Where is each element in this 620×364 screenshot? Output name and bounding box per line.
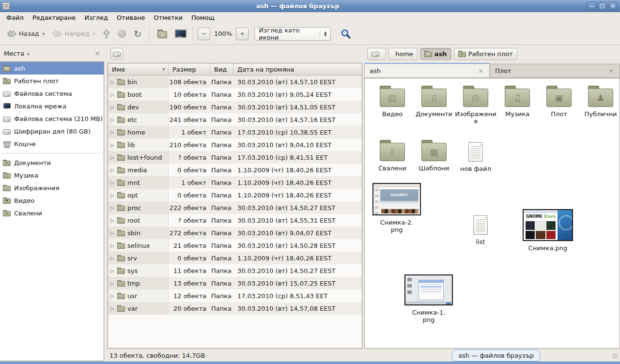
zoom-in-button[interactable]: +	[236, 28, 248, 40]
breadcrumb-button[interactable]: home	[388, 48, 418, 60]
view-mode-select[interactable]: Изглед като икони ▲▼	[254, 27, 331, 41]
file-list-row[interactable]: ▷ proc 222 обекта Папка 30.03.2010 (вт) …	[108, 201, 362, 214]
reload-button[interactable]: ↻	[131, 28, 144, 40]
expander-icon[interactable]: ▷	[110, 281, 115, 286]
file-item-snimka2[interactable]: GUADEC Снимка-2.png	[372, 183, 422, 233]
expander-icon[interactable]: ▷	[110, 268, 115, 273]
folder-item[interactable]: Изображения	[455, 84, 496, 125]
sidebar-item[interactable]: Файлова система	[0, 87, 104, 100]
expander-icon[interactable]: ▷	[110, 79, 115, 85]
tab-close-icon[interactable]: ×	[607, 67, 615, 75]
file-list-row[interactable]: ▷ lost+found ? обекта Папка 17.03.2010 (…	[108, 151, 362, 164]
column-header[interactable]: Размер ▾	[169, 63, 210, 75]
pane-splitter[interactable]	[104, 45, 108, 361]
sidebar-item[interactable]: Локална мрежа	[0, 100, 104, 112]
file-list-row[interactable]: ▷ usr 12 обекта Папка 17.03.2010 (ср) 8,…	[108, 289, 362, 302]
menu-item[interactable]: Изглед	[80, 13, 112, 22]
file-list-row[interactable]: ▷ bin 108 обекта Папка 30.03.2010 (вт) 1…	[108, 76, 362, 88]
file-list-row[interactable]: ▷ root ? обекта Папка 30.03.2010 (вт) 14…	[108, 214, 362, 227]
file-list-row[interactable]: ▷ lib 210 обекта Папка 30.03.2010 (вт) 9…	[108, 138, 362, 151]
minimize-button[interactable]: —	[587, 2, 596, 10]
sidebar-item[interactable]: Документи	[0, 156, 104, 169]
file-list-row[interactable]: ▷ media 0 обекта Папка 1.10.2009 (чт) 18…	[108, 164, 362, 176]
sidebar-item[interactable]: Свалени	[0, 207, 104, 219]
window-titlebar[interactable]: ash — файлов браузър — □ ×	[0, 0, 620, 12]
breadcrumb-button[interactable]	[367, 48, 386, 60]
menu-item[interactable]: Файл	[2, 13, 28, 22]
column-header[interactable]: Вид ▾	[210, 63, 233, 75]
forward-button[interactable]: Напред ▾	[49, 28, 98, 40]
menu-item[interactable]: Отиване	[112, 13, 149, 22]
folder-item[interactable]: Плот	[538, 84, 580, 125]
file-list-row[interactable]: ▷ boot 10 обекта Папка 30.03.2010 (вт) 9…	[108, 88, 362, 101]
expander-icon[interactable]: ▷	[110, 243, 115, 248]
expander-icon[interactable]: ▷	[110, 130, 115, 135]
sidebar-item[interactable]: Кошче	[0, 137, 104, 150]
menu-item[interactable]: Помощ	[187, 13, 219, 22]
expander-icon[interactable]: ▷	[110, 155, 115, 160]
sidebar-close-icon[interactable]: ×	[94, 49, 100, 57]
expander-icon[interactable]: ▷	[110, 293, 115, 299]
expander-icon[interactable]: ▷	[110, 105, 115, 110]
tab-close-icon[interactable]: ×	[477, 67, 484, 75]
folder-item[interactable]: Свалени	[372, 138, 413, 172]
file-list-row[interactable]: ▷ var 20 обекта Папка 30.03.2010 (вт) 14…	[108, 302, 362, 315]
file-list-row[interactable]: ▷ mnt 1 обект Папка 1.10.2009 (чт) 18,40…	[108, 176, 362, 189]
column-header[interactable]: Дата на промяна ▾	[233, 63, 362, 75]
file-list-row[interactable]: ▷ selinux 21 обекта Папка 30.03.2010 (вт…	[108, 239, 362, 252]
root-breadcrumb-button[interactable]	[110, 48, 123, 60]
tab[interactable]: ash ×	[364, 63, 490, 77]
expander-icon[interactable]: ▷	[110, 205, 115, 211]
home-button[interactable]	[155, 28, 170, 40]
breadcrumb-button[interactable]: ash	[420, 48, 451, 60]
computer-button[interactable]	[172, 28, 187, 40]
file-list-row[interactable]: ▷ dev 190 обекта Папка 30.03.2010 (вт) 1…	[108, 101, 362, 113]
sidebar-item[interactable]: ash	[0, 62, 104, 75]
breadcrumb-button[interactable]: Работен плот	[454, 48, 517, 60]
back-button[interactable]: Назад ▾	[4, 28, 47, 40]
file-list-row[interactable]: ▷ tmp 13 обекта Папка 30.03.2010 (вт) 15…	[108, 277, 362, 289]
file-list-row[interactable]: ▷ sys 11 обекта Папка 30.03.2010 (вт) 14…	[108, 264, 362, 277]
file-item-list[interactable]: list	[460, 215, 501, 245]
file-item-snimka[interactable]: GNOME Store Снимка.png	[521, 209, 575, 252]
file-list-row[interactable]: ▷ opt 0 обекта Папка 1.10.2009 (чт) 18,4…	[108, 189, 362, 201]
sidebar-item[interactable]: Музика	[0, 169, 104, 182]
column-header[interactable]: Име ▾	[108, 63, 169, 75]
sidebar-title-select[interactable]: Места ▾	[4, 50, 94, 57]
expander-icon[interactable]: ▷	[110, 180, 115, 185]
back-dropdown-icon[interactable]: ▾	[43, 31, 45, 36]
file-list-row[interactable]: ▷ srv 0 обекта Папка 1.10.2009 (чт) 18,4…	[108, 252, 362, 264]
taskbar-window-button[interactable]: ash — файлов браузър	[452, 349, 540, 362]
sidebar-item[interactable]: Изображения	[0, 182, 104, 194]
folder-item[interactable]: Видео	[372, 84, 413, 125]
sidebar-item[interactable]: Видео	[0, 194, 104, 207]
expander-icon[interactable]: ▷	[110, 230, 115, 236]
folder-item[interactable]: Документи	[413, 84, 455, 125]
file-list-row[interactable]: ▷ home 1 обект Папка 17.03.2010 (ср) 10,…	[108, 126, 362, 138]
zoom-out-button[interactable]: −	[198, 28, 210, 40]
expander-icon[interactable]: ▷	[110, 92, 115, 97]
expander-icon[interactable]: ▷	[110, 218, 115, 223]
sidebar-item[interactable]: Шифриран дял (80 GB)	[0, 125, 104, 137]
folder-item[interactable]: Шаблони	[413, 138, 455, 172]
file-list-row[interactable]: ▷ sbin 272 обекта Папка 30.03.2010 (вт) …	[108, 227, 362, 239]
menu-item[interactable]: Редактиране	[28, 13, 80, 22]
file-item-new-file[interactable]: нов файл	[455, 138, 496, 172]
sidebar-item[interactable]: Работен плот	[0, 75, 104, 87]
forward-dropdown-icon[interactable]: ▾	[93, 31, 95, 36]
expander-icon[interactable]: ▷	[110, 167, 115, 173]
expander-icon[interactable]: ▷	[110, 117, 115, 122]
stop-button[interactable]	[115, 28, 129, 40]
file-item-snimka1[interactable]: Снимка-1.png	[403, 274, 454, 323]
close-button[interactable]: ×	[608, 2, 618, 10]
tab[interactable]: Плот ×	[490, 64, 620, 77]
sidebar-item[interactable]: Файлова система (210 MB)	[0, 112, 104, 125]
expander-icon[interactable]: ▷	[110, 142, 115, 148]
file-list-row[interactable]: ▷ etc 241 обекта Папка 30.03.2010 (вт) 1…	[108, 113, 362, 126]
resize-grip[interactable]	[612, 353, 619, 359]
maximize-button[interactable]: □	[598, 2, 607, 10]
up-button[interactable]	[100, 27, 113, 41]
spinner-icons[interactable]: ▲▼	[320, 31, 330, 37]
search-button[interactable]	[338, 27, 354, 41]
menu-item[interactable]: Отметки	[149, 13, 186, 22]
